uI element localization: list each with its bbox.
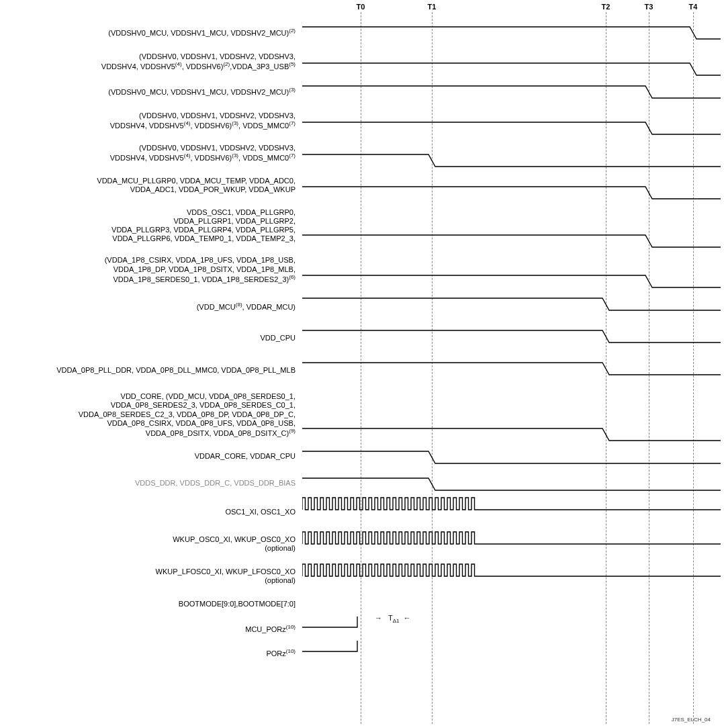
signal-row-8: (VDD_MCU(8), VDDAR_MCU) bbox=[0, 290, 724, 322]
signal-label: VDD_CPU bbox=[0, 334, 302, 343]
timing-diagram: T0T1T2T3T4 (VDDSHV0_MCU, VDDSHV1_MCU, VD… bbox=[0, 0, 724, 728]
signal-row-0: (VDDSHV0_MCU, VDDSHV1_MCU, VDDSHV2_MCU)(… bbox=[0, 19, 724, 46]
signal-row-6: VDDS_OSC1, VDDA_PLLGRP0,VDDA_PLLGRP1, VD… bbox=[0, 201, 724, 250]
time-marker-T3: T3 bbox=[645, 3, 653, 11]
signal-row-9: VDD_CPU bbox=[0, 322, 724, 355]
time-label-row: T0T1T2T3T4 bbox=[0, 3, 724, 16]
wave-area bbox=[302, 641, 724, 665]
wave-area bbox=[302, 201, 724, 250]
signal-label: (VDDSHV0, VDDSHV1, VDDSHV2, VDDSHV3,VDDS… bbox=[0, 144, 302, 163]
signal-row-18: MCU_PORz(10)→ TΔ1 ← bbox=[0, 617, 724, 641]
signal-row-10: VDDA_0P8_PLL_DDR, VDDA_0P8_DLL_MMC0, VDD… bbox=[0, 355, 724, 387]
wave-area bbox=[302, 250, 724, 290]
signal-row-7: (VDDA_1P8_CSIRX, VDDA_1P8_UFS, VDDA_1P8_… bbox=[0, 250, 724, 290]
wave-area bbox=[302, 105, 724, 137]
time-marker-T1: T1 bbox=[428, 3, 437, 11]
wave-area bbox=[302, 592, 724, 617]
signal-rows: (VDDSHV0_MCU, VDDSHV1_MCU, VDDSHV2_MCU)(… bbox=[0, 19, 724, 665]
signal-row-3: (VDDSHV0, VDDSHV1, VDDSHV2, VDDSHV3,VDDS… bbox=[0, 105, 724, 137]
signal-label: (VDDA_1P8_CSIRX, VDDA_1P8_UFS, VDDA_1P8_… bbox=[0, 256, 302, 283]
signal-row-15: WKUP_OSC0_XI, WKUP_OSC0_XO(optional) bbox=[0, 528, 724, 560]
signal-label: VDDA_0P8_PLL_DDR, VDDA_0P8_DLL_MMC0, VDD… bbox=[0, 366, 302, 375]
signal-label: WKUP_LFOSC0_XI, WKUP_LFOSC0_XO(optional) bbox=[0, 567, 302, 585]
signal-row-5: VDDA_MCU_PLLGRP0, VDDA_MCU_TEMP, VDDA_AD… bbox=[0, 169, 724, 201]
wave-area: → TΔ1 ← bbox=[302, 617, 724, 641]
signal-label: (VDD_MCU(8), VDDAR_MCU) bbox=[0, 302, 302, 312]
signal-row-12: VDDAR_CORE, VDDAR_CPU bbox=[0, 443, 724, 470]
signal-row-14: OSC1_XI, OSC1_XO bbox=[0, 497, 724, 528]
signal-label: OSC1_XI, OSC1_XO bbox=[0, 508, 302, 516]
signal-label: VDDAR_CORE, VDDAR_CPU bbox=[0, 452, 302, 461]
signal-label: (VDDSHV0, VDDSHV1, VDDSHV2, VDDSHV3,VDDS… bbox=[0, 111, 302, 130]
wave-area bbox=[302, 322, 724, 355]
wave-area bbox=[302, 387, 724, 443]
signal-label: (VDDSHV0_MCU, VDDSHV1_MCU, VDDSHV2_MCU)(… bbox=[0, 87, 302, 97]
time-marker-T4: T4 bbox=[689, 3, 698, 11]
signal-row-17: BOOTMODE[9:0],BOOTMODE[7:0] bbox=[0, 592, 724, 617]
signal-label: PORz(10) bbox=[0, 648, 302, 658]
signal-label: WKUP_OSC0_XI, WKUP_OSC0_XO(optional) bbox=[0, 535, 302, 553]
signal-row-1: (VDDSHV0, VDDSHV1, VDDSHV2, VDDSHV3,VDDS… bbox=[0, 46, 724, 78]
signal-label: (VDDSHV0, VDDSHV1, VDDSHV2, VDDSHV3,VDDS… bbox=[0, 52, 302, 71]
signal-row-4: (VDDSHV0, VDDSHV1, VDDSHV2, VDDSHV3,VDDS… bbox=[0, 137, 724, 169]
wave-area bbox=[302, 528, 724, 560]
signal-label: BOOTMODE[9:0],BOOTMODE[7:0] bbox=[0, 600, 302, 608]
wave-area bbox=[302, 78, 724, 105]
wave-area bbox=[302, 137, 724, 169]
wave-area bbox=[302, 443, 724, 470]
footer-id: J7ES_ELCH_04 bbox=[672, 717, 711, 723]
wave-area bbox=[302, 355, 724, 387]
signal-label: VDD_CORE, (VDD_MCU, VDDA_0P8_SERDES0_1,V… bbox=[0, 392, 302, 438]
time-marker-T0: T0 bbox=[357, 3, 365, 11]
signal-label: VDDS_OSC1, VDDA_PLLGRP0,VDDA_PLLGRP1, VD… bbox=[0, 208, 302, 244]
wave-area bbox=[302, 46, 724, 78]
signal-row-19: PORz(10) bbox=[0, 641, 724, 665]
time-marker-T2: T2 bbox=[602, 3, 610, 11]
wave-area bbox=[302, 560, 724, 592]
signal-row-11: VDD_CORE, (VDD_MCU, VDDA_0P8_SERDES0_1,V… bbox=[0, 387, 724, 443]
signal-label: VDDS_DDR, VDDS_DDR_C, VDDS_DDR_BIAS bbox=[0, 479, 302, 488]
wave-area bbox=[302, 290, 724, 322]
signal-row-16: WKUP_LFOSC0_XI, WKUP_LFOSC0_XO(optional) bbox=[0, 560, 724, 592]
signal-row-2: (VDDSHV0_MCU, VDDSHV1_MCU, VDDSHV2_MCU)(… bbox=[0, 78, 724, 105]
wave-area bbox=[302, 497, 724, 528]
wave-area bbox=[302, 19, 724, 46]
signal-label: MCU_PORz(10) bbox=[0, 624, 302, 634]
signal-row-13: VDDS_DDR, VDDS_DDR_C, VDDS_DDR_BIAS bbox=[0, 470, 724, 497]
delta-arrow: → TΔ1 ← bbox=[375, 614, 411, 624]
signal-label: VDDA_MCU_PLLGRP0, VDDA_MCU_TEMP, VDDA_AD… bbox=[0, 177, 302, 194]
wave-area bbox=[302, 470, 724, 497]
signal-label: (VDDSHV0_MCU, VDDSHV1_MCU, VDDSHV2_MCU)(… bbox=[0, 28, 302, 38]
wave-area bbox=[302, 169, 724, 201]
